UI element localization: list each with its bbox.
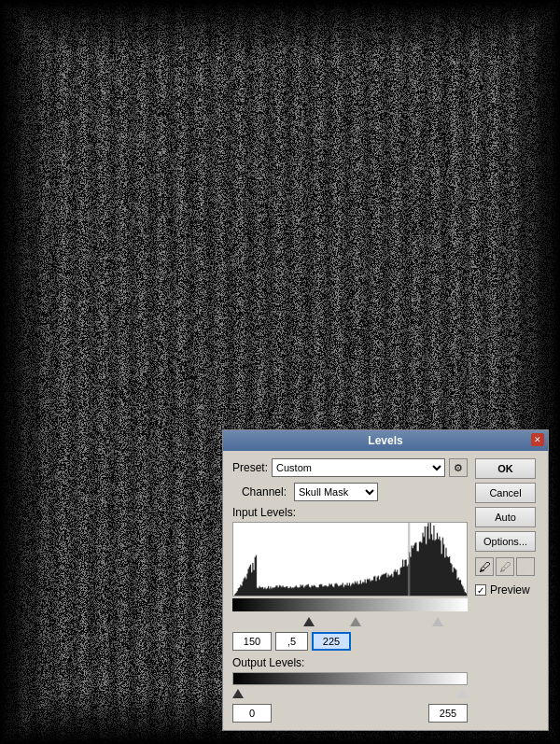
preset-label: Preset: [232,461,268,474]
input-values-row [232,632,468,651]
dialog-left-panel: Preset: Custom ⚙ Channel: Skull Mask Inp… [232,458,468,723]
output-black-slider[interactable] [232,689,244,698]
input-levels-label: Input Levels: [232,506,468,519]
slider-triangles [232,615,468,628]
auto-button[interactable]: Auto [475,507,536,527]
output-levels-label: Output Levels: [232,656,468,669]
dialog-titlebar: Levels ✕ [223,430,548,451]
output-black-input[interactable] [232,704,272,723]
eyedropper-row: 🖊 🖊 🖊 [475,557,539,576]
black-eyedropper-button[interactable]: 🖊 [475,557,494,576]
output-white-slider[interactable] [456,689,468,698]
preview-checkbox[interactable]: ✓ [475,584,486,596]
levels-dialog: Levels ✕ Preset: Custom ⚙ Channel: Skull… [222,429,549,731]
output-white-input[interactable] [428,704,468,723]
midtone-slider[interactable] [350,617,361,626]
black-point-slider[interactable] [303,617,315,626]
channel-row: Channel: Skull Mask [232,483,468,501]
white-point-slider[interactable] [432,617,443,626]
preview-label: Preview [490,583,530,597]
preset-select[interactable]: Custom [272,458,445,477]
cancel-button[interactable]: Cancel [475,483,536,503]
white-eyedropper-button[interactable]: 🖊 [516,557,535,576]
dialog-right-panel: OK Cancel Auto Options... 🖊 🖊 🖊 ✓ Previe… [475,458,539,723]
gray-eyedropper-button[interactable]: 🖊 [496,557,514,576]
mid-input[interactable] [275,632,308,651]
channel-select[interactable]: Skull Mask [294,483,378,501]
black-input[interactable] [232,632,272,651]
channel-label: Channel: [232,485,287,498]
preview-row: ✓ Preview [475,583,539,597]
histogram [232,522,468,597]
options-button[interactable]: Options... [475,531,536,552]
input-slider-track [232,598,468,611]
output-gradient [232,672,468,685]
dialog-body: Preset: Custom ⚙ Channel: Skull Mask Inp… [223,451,548,730]
output-values-row [232,704,468,723]
gear-button[interactable]: ⚙ [449,458,468,477]
output-slider-row [232,687,468,700]
preset-row: Preset: Custom ⚙ [232,458,468,477]
close-button[interactable]: ✕ [531,433,544,446]
ok-button[interactable]: OK [475,458,536,479]
white-input[interactable] [312,632,351,651]
dialog-title: Levels [368,434,402,447]
